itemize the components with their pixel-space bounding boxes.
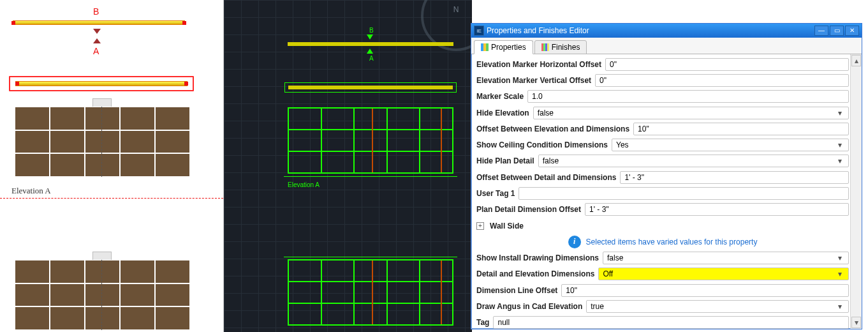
expand-toggle[interactable]: + [476,222,484,230]
elevation-grid-2[interactable] [15,260,190,330]
prop-field-hide-plan-detail[interactable]: false▾ [538,155,849,167]
cad-plan-bar [288,42,453,46]
prop-label: Marker Scale [476,92,524,101]
marker-arrow-up-icon [93,38,101,43]
prop-field-tag[interactable]: null [493,316,849,329]
prop-label: Show Install Drawing Dimensions [476,253,599,262]
page-separator [0,198,223,199]
prop-label: Hide Elevation [476,109,529,117]
prop-label: Tag [476,318,489,327]
prop-label: Plan Detail Dimension Offset [476,205,581,214]
properties-list: Elevation Marker Horizontal Offset 0" El… [471,54,850,329]
cad-arrow-up-icon [367,49,373,54]
prop-label: Show Ceiling Condition Dimensions [476,140,608,149]
prop-label: Offset Between Detail and Dimensions [476,173,616,182]
marker-a-label: A [93,46,99,56]
prop-label: Hide Plan Detail [476,156,534,165]
maximize-button[interactable]: ▭ [830,26,844,36]
marker-b-label: B [93,6,99,17]
handle-top[interactable] [92,98,112,107]
prop-field-dim-line-offset[interactable]: 10" [561,284,849,297]
prop-field-ceiling-cond[interactable]: Yes▾ [612,139,849,151]
tab-finishes-label: Finishes [552,43,580,52]
prop-field-emvo[interactable]: 0" [595,74,849,87]
prop-label: Detail and Elevation Dimensions [476,269,594,278]
endpoint-left [11,21,15,25]
prop-label: User Tag 1 [476,189,515,198]
varied-values-info: i Selected items have varied values for … [476,234,849,250]
scroll-thumb[interactable] [852,67,860,316]
endpoint-left-2 [15,82,19,86]
minimize-button[interactable]: — [814,26,828,36]
prop-field-user-tag-1[interactable] [519,187,849,200]
marker-arrow-down-icon [93,29,101,34]
tab-finishes[interactable]: Finishes [534,40,587,54]
prop-label: Offset Between Elevation and Dimensions [476,124,629,133]
scroll-up-button[interactable]: ▴ [851,55,861,66]
cad-redline-3 [372,260,373,324]
cad-arrow-down-icon [367,34,373,40]
cad-redline-4 [441,260,442,324]
prop-label: Elevation Marker Horizontal Offset [476,60,601,69]
dialog-tabs: Properties Finishes [471,38,862,54]
prop-field-detail-elev-dim[interactable]: Off▾ [598,268,849,280]
prop-field-marker-scale[interactable]: 1.0 [527,90,849,103]
cad-elevation-grid-1[interactable] [288,107,453,174]
chevron-down-icon: ▾ [835,302,844,311]
properties-icon [481,43,489,51]
prop-field-draw-angus[interactable]: true▾ [586,300,849,313]
info-text: Selected items have varied values for th… [586,238,758,246]
chevron-down-icon: ▾ [835,156,844,165]
endpoint-right-2 [184,82,188,86]
cad-elevation-grid-2[interactable] [288,259,453,326]
centerline-1 [101,107,102,177]
cad-viewport[interactable]: N B A Elevation A [224,0,472,332]
app-root: B A Elevation A N B [0,0,868,332]
cad-topline-2 [284,257,457,257]
chevron-down-icon: ▾ [835,269,844,278]
elevation-grid-1[interactable] [15,107,190,177]
dialog-icon: IE [474,26,484,36]
dialog-title: Properties and Finishes Editor [487,26,814,35]
dialog-titlebar[interactable]: IE Properties and Finishes Editor — ▭ ✕ [471,24,862,38]
preview-left-panel: B A Elevation A [0,0,224,332]
handle-top-2[interactable] [92,252,112,260]
plan-bar-top [13,20,185,25]
prop-field-offset-elev-dim[interactable]: 10" [633,123,849,135]
elevation-a-label: Elevation A [11,186,51,196]
cad-baseline-1 [284,176,457,177]
plan-bar-selected[interactable] [15,81,188,86]
centerline-2 [101,260,102,330]
cad-marker-a: A [369,55,374,62]
prop-field-offset-detail-dim[interactable]: 1' - 3" [620,171,849,184]
prop-field-hide-elevation[interactable]: false▾ [533,107,849,119]
tab-properties-label: Properties [491,43,526,52]
prop-field-plan-detail-dim-offset[interactable]: 1' - 3" [585,203,849,216]
chevron-down-icon: ▾ [835,253,844,262]
cad-elev-label: Elevation A [288,181,320,188]
chevron-down-icon: ▾ [835,109,844,117]
close-button[interactable]: ✕ [845,26,859,36]
prop-field-emho[interactable]: 0" [605,58,849,71]
endpoint-right [182,21,186,25]
prop-label: Wall Side [490,222,524,230]
prop-field-show-install-dim[interactable]: false▾ [603,252,849,264]
cad-marker-b: B [369,27,374,34]
prop-label: Elevation Marker Vertical Offset [476,76,591,85]
finishes-icon [541,43,549,51]
scroll-down-button[interactable]: ▾ [851,317,861,328]
cad-redline-2 [441,109,442,172]
info-icon: i [568,236,581,248]
properties-scrollbar[interactable]: ▴ ▾ [850,54,862,329]
tab-properties[interactable]: Properties [474,40,533,54]
cad-plan-bar-2 [288,86,453,89]
cad-redline-1 [372,109,373,172]
prop-label: Dimension Line Offset [476,286,557,295]
chevron-down-icon: ▾ [835,140,844,149]
compass-n: N [453,5,459,14]
prop-label: Draw Angus in Cad Elevation [476,302,582,311]
properties-finishes-dialog: IE Properties and Finishes Editor — ▭ ✕ … [471,23,862,329]
